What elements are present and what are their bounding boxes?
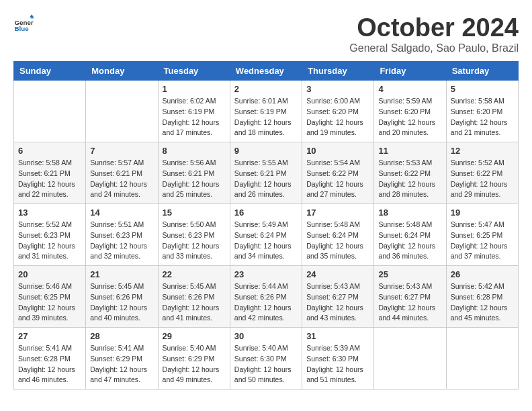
column-header-sunday: Sunday xyxy=(14,62,86,81)
day-number: 11 xyxy=(378,146,441,156)
day-info: Sunrise: 5:45 AM Sunset: 6:26 PM Dayligh… xyxy=(163,281,226,324)
calendar-cell: 30Sunrise: 5:40 AM Sunset: 6:30 PM Dayli… xyxy=(230,328,302,390)
calendar-cell xyxy=(374,328,446,390)
day-info: Sunrise: 5:52 AM Sunset: 6:23 PM Dayligh… xyxy=(18,220,81,262)
calendar-week-5: 27Sunrise: 5:41 AM Sunset: 6:28 PM Dayli… xyxy=(14,328,519,390)
calendar-cell: 11Sunrise: 5:53 AM Sunset: 6:22 PM Dayli… xyxy=(374,142,446,204)
calendar-week-2: 6Sunrise: 5:58 AM Sunset: 6:21 PM Daylig… xyxy=(14,142,519,204)
column-header-monday: Monday xyxy=(86,62,158,81)
day-number: 17 xyxy=(306,208,369,218)
day-info: Sunrise: 5:40 AM Sunset: 6:29 PM Dayligh… xyxy=(163,343,226,385)
svg-text:Blue: Blue xyxy=(15,25,30,32)
column-header-tuesday: Tuesday xyxy=(158,62,230,81)
column-header-wednesday: Wednesday xyxy=(230,62,302,81)
calendar-week-1: 1Sunrise: 6:02 AM Sunset: 6:19 PM Daylig… xyxy=(14,81,519,142)
calendar-cell xyxy=(86,81,158,142)
column-header-friday: Friday xyxy=(374,62,446,81)
calendar-cell: 26Sunrise: 5:42 AM Sunset: 6:28 PM Dayli… xyxy=(446,266,518,328)
calendar-cell: 27Sunrise: 5:41 AM Sunset: 6:28 PM Dayli… xyxy=(14,328,86,390)
calendar-cell: 15Sunrise: 5:50 AM Sunset: 6:23 PM Dayli… xyxy=(158,204,230,266)
calendar-cell: 17Sunrise: 5:48 AM Sunset: 6:24 PM Dayli… xyxy=(302,204,374,266)
day-number: 22 xyxy=(163,269,226,279)
day-number: 28 xyxy=(90,331,153,341)
day-info: Sunrise: 5:40 AM Sunset: 6:30 PM Dayligh… xyxy=(234,343,298,385)
calendar-cell: 1Sunrise: 6:02 AM Sunset: 6:19 PM Daylig… xyxy=(158,81,230,142)
day-number: 30 xyxy=(234,331,298,341)
logo-icon: General Blue xyxy=(13,13,34,34)
day-info: Sunrise: 6:01 AM Sunset: 6:19 PM Dayligh… xyxy=(234,96,298,138)
page-header: General Blue October 2024 General Salgad… xyxy=(13,13,519,54)
day-number: 23 xyxy=(234,269,298,279)
calendar-cell: 16Sunrise: 5:49 AM Sunset: 6:24 PM Dayli… xyxy=(230,204,302,266)
day-info: Sunrise: 5:58 AM Sunset: 6:21 PM Dayligh… xyxy=(18,158,81,200)
column-header-saturday: Saturday xyxy=(446,62,518,81)
day-number: 19 xyxy=(451,208,514,218)
calendar-cell: 24Sunrise: 5:43 AM Sunset: 6:27 PM Dayli… xyxy=(302,266,374,328)
calendar-cell: 18Sunrise: 5:48 AM Sunset: 6:24 PM Dayli… xyxy=(374,204,446,266)
day-info: Sunrise: 5:55 AM Sunset: 6:21 PM Dayligh… xyxy=(234,158,298,200)
day-number: 5 xyxy=(451,84,514,94)
logo: General Blue xyxy=(13,13,36,34)
day-number: 31 xyxy=(306,331,369,341)
day-info: Sunrise: 5:44 AM Sunset: 6:26 PM Dayligh… xyxy=(234,281,298,324)
day-number: 21 xyxy=(90,269,153,279)
calendar-cell: 19Sunrise: 5:47 AM Sunset: 6:25 PM Dayli… xyxy=(446,204,518,266)
calendar-cell: 20Sunrise: 5:46 AM Sunset: 6:25 PM Dayli… xyxy=(14,266,86,328)
day-number: 6 xyxy=(18,146,81,156)
month-title: October 2024 xyxy=(349,13,519,42)
calendar-cell: 28Sunrise: 5:41 AM Sunset: 6:29 PM Dayli… xyxy=(86,328,158,390)
calendar-cell: 31Sunrise: 5:39 AM Sunset: 6:30 PM Dayli… xyxy=(302,328,374,390)
day-number: 15 xyxy=(163,208,226,218)
calendar-cell: 12Sunrise: 5:52 AM Sunset: 6:22 PM Dayli… xyxy=(446,142,518,204)
day-info: Sunrise: 5:51 AM Sunset: 6:23 PM Dayligh… xyxy=(90,220,153,262)
day-number: 20 xyxy=(18,269,81,279)
day-number: 18 xyxy=(378,208,441,218)
day-info: Sunrise: 5:54 AM Sunset: 6:22 PM Dayligh… xyxy=(306,158,369,200)
day-info: Sunrise: 5:59 AM Sunset: 6:20 PM Dayligh… xyxy=(378,96,441,138)
day-number: 10 xyxy=(306,146,369,156)
day-number: 16 xyxy=(234,208,298,218)
column-header-thursday: Thursday xyxy=(302,62,374,81)
day-number: 24 xyxy=(306,269,369,279)
day-info: Sunrise: 5:48 AM Sunset: 6:24 PM Dayligh… xyxy=(378,220,441,262)
calendar-cell: 9Sunrise: 5:55 AM Sunset: 6:21 PM Daylig… xyxy=(230,142,302,204)
day-info: Sunrise: 5:58 AM Sunset: 6:20 PM Dayligh… xyxy=(451,96,514,138)
day-info: Sunrise: 5:46 AM Sunset: 6:25 PM Dayligh… xyxy=(18,281,81,324)
day-info: Sunrise: 5:48 AM Sunset: 6:24 PM Dayligh… xyxy=(306,220,369,262)
calendar-cell xyxy=(14,81,86,142)
day-number: 14 xyxy=(90,208,153,218)
day-number: 27 xyxy=(18,331,81,341)
calendar-week-4: 20Sunrise: 5:46 AM Sunset: 6:25 PM Dayli… xyxy=(14,266,519,328)
calendar-cell xyxy=(446,328,518,390)
day-number: 25 xyxy=(378,269,441,279)
calendar-cell: 6Sunrise: 5:58 AM Sunset: 6:21 PM Daylig… xyxy=(14,142,86,204)
day-info: Sunrise: 5:49 AM Sunset: 6:24 PM Dayligh… xyxy=(234,220,298,262)
day-info: Sunrise: 5:53 AM Sunset: 6:22 PM Dayligh… xyxy=(378,158,441,200)
location-title: General Salgado, Sao Paulo, Brazil xyxy=(349,42,519,54)
calendar-cell: 22Sunrise: 5:45 AM Sunset: 6:26 PM Dayli… xyxy=(158,266,230,328)
calendar-cell: 10Sunrise: 5:54 AM Sunset: 6:22 PM Dayli… xyxy=(302,142,374,204)
day-info: Sunrise: 5:57 AM Sunset: 6:21 PM Dayligh… xyxy=(90,158,153,200)
day-info: Sunrise: 6:00 AM Sunset: 6:20 PM Dayligh… xyxy=(306,96,369,138)
day-number: 4 xyxy=(378,84,441,94)
day-info: Sunrise: 5:39 AM Sunset: 6:30 PM Dayligh… xyxy=(306,343,369,385)
day-number: 3 xyxy=(306,84,369,94)
calendar-table: SundayMondayTuesdayWednesdayThursdayFrid… xyxy=(13,61,519,390)
calendar-cell: 5Sunrise: 5:58 AM Sunset: 6:20 PM Daylig… xyxy=(446,81,518,142)
calendar-cell: 14Sunrise: 5:51 AM Sunset: 6:23 PM Dayli… xyxy=(86,204,158,266)
day-number: 1 xyxy=(163,84,226,94)
calendar-cell: 7Sunrise: 5:57 AM Sunset: 6:21 PM Daylig… xyxy=(86,142,158,204)
day-info: Sunrise: 5:43 AM Sunset: 6:27 PM Dayligh… xyxy=(306,281,369,324)
title-area: October 2024 General Salgado, Sao Paulo,… xyxy=(349,13,519,54)
calendar-cell: 3Sunrise: 6:00 AM Sunset: 6:20 PM Daylig… xyxy=(302,81,374,142)
calendar-cell: 4Sunrise: 5:59 AM Sunset: 6:20 PM Daylig… xyxy=(374,81,446,142)
day-info: Sunrise: 5:43 AM Sunset: 6:27 PM Dayligh… xyxy=(378,281,441,324)
day-info: Sunrise: 6:02 AM Sunset: 6:19 PM Dayligh… xyxy=(163,96,226,138)
calendar-cell: 8Sunrise: 5:56 AM Sunset: 6:21 PM Daylig… xyxy=(158,142,230,204)
day-info: Sunrise: 5:56 AM Sunset: 6:21 PM Dayligh… xyxy=(163,158,226,200)
day-number: 26 xyxy=(451,269,514,279)
day-number: 12 xyxy=(451,146,514,156)
day-info: Sunrise: 5:42 AM Sunset: 6:28 PM Dayligh… xyxy=(451,281,514,324)
calendar-cell: 13Sunrise: 5:52 AM Sunset: 6:23 PM Dayli… xyxy=(14,204,86,266)
day-number: 9 xyxy=(234,146,298,156)
